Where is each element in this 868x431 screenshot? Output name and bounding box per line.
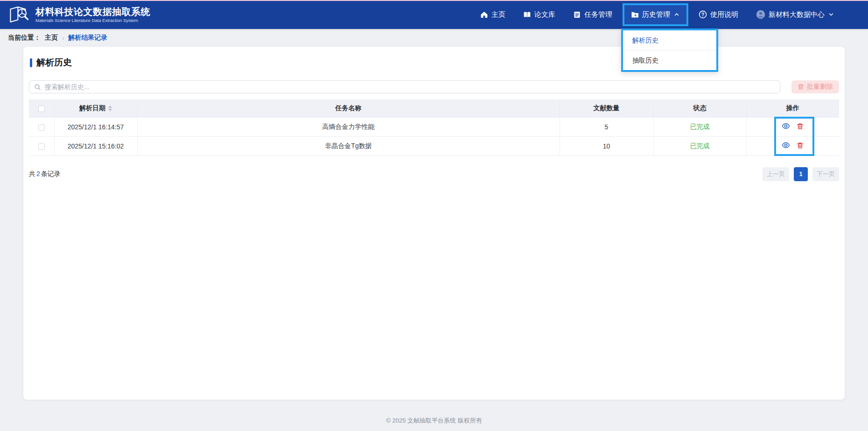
svg-text:?: ?: [701, 12, 704, 17]
main-nav: 主页 论文库 任务管理 历史管理: [475, 5, 868, 24]
row-actions: [782, 122, 804, 130]
table-row: 2025/12/1 16:14:57 高熵合金力学性能 5 已完成: [29, 117, 839, 136]
table-header-row: 解析日期 任务名称 文献数量 状态 操作: [29, 99, 839, 117]
breadcrumb-home[interactable]: 主页: [45, 34, 58, 42]
pagination: 上一页 1 下一页: [763, 167, 839, 181]
table-row: 2025/12/1 15:16:02 非晶合金Tg数据 10 已完成: [29, 136, 839, 155]
nav-item-label: 历史管理: [642, 10, 670, 19]
column-header-task: 任务名称: [137, 99, 560, 117]
menu-item-extract-history[interactable]: 抽取历史: [623, 50, 716, 70]
nav-item-history[interactable]: 历史管理 解析历史 抽取历史: [624, 5, 686, 24]
nav-item-tasks[interactable]: 任务管理: [567, 5, 618, 24]
list-footer: 共2条记录 上一页 1 下一页: [29, 167, 839, 181]
page-number-button[interactable]: 1: [794, 167, 808, 181]
title-accent-bar: [30, 58, 32, 67]
batch-delete-label: 批量删除: [807, 83, 833, 91]
content-card: 解析历史 批量删除: [23, 47, 845, 400]
cell-count: 10: [560, 136, 653, 155]
toolbar: 批量删除: [29, 80, 839, 93]
user-name-label: 新材料大数据中心: [769, 10, 825, 19]
nav-item-user-menu[interactable]: 新材料大数据中心: [750, 5, 840, 24]
question-icon: ?: [699, 10, 707, 19]
status-badge: 已完成: [690, 142, 710, 149]
breadcrumb-separator-icon: ›: [62, 35, 64, 42]
book-icon: [523, 11, 531, 19]
app-subtitle: Materials Science Literature Data Extrac…: [35, 18, 150, 23]
nav-item-label: 任务管理: [584, 10, 612, 19]
records-suffix: 条记录: [41, 170, 61, 177]
delete-trash-icon[interactable]: [797, 142, 804, 149]
trash-icon: [798, 84, 804, 90]
cell-count: 5: [560, 117, 653, 136]
brand-text: 材料科技论文数据抽取系统 Materials Science Literatur…: [35, 7, 150, 23]
breadcrumb: 当前位置： 主页 › 解析结果记录: [0, 29, 868, 47]
nav-item-label: 主页: [491, 10, 505, 19]
app-logo-icon: [8, 5, 30, 24]
brand[interactable]: 材料科技论文数据抽取系统 Materials Science Literatur…: [0, 5, 150, 24]
copyright-text: © 2025 文献抽取平台系统 版权所有: [386, 417, 482, 424]
batch-delete-button[interactable]: 批量删除: [791, 80, 839, 93]
column-header-actions: 操作: [746, 99, 839, 117]
search-box: [29, 80, 780, 93]
select-all-checkbox[interactable]: [38, 106, 45, 112]
row-checkbox[interactable]: [38, 143, 45, 150]
nav-item-help[interactable]: ? 使用说明: [693, 5, 744, 24]
nav-item-label: 论文库: [534, 10, 555, 19]
folder-icon: [631, 11, 639, 19]
column-header-count: 文献数量: [560, 99, 653, 117]
records-count: 2: [36, 170, 40, 177]
chevron-up-icon: [673, 11, 680, 18]
view-eye-icon[interactable]: [782, 141, 790, 149]
records-prefix: 共: [29, 170, 35, 177]
chevron-down-icon: [828, 11, 834, 18]
site-footer: © 2025 文献抽取平台系统 版权所有: [0, 417, 868, 425]
tasks-icon: [573, 11, 581, 19]
window-top-edge: [0, 0, 868, 1]
row-checkbox[interactable]: [38, 124, 45, 131]
user-avatar-icon: [756, 10, 765, 19]
nav-item-papers[interactable]: 论文库: [518, 5, 561, 24]
cell-date: 2025/12/1 15:16:02: [54, 136, 137, 155]
column-header-status: 状态: [653, 99, 746, 117]
home-icon: [480, 11, 488, 19]
prev-page-button[interactable]: 上一页: [763, 167, 789, 181]
cell-date: 2025/12/1 16:14:57: [54, 117, 137, 136]
view-eye-icon[interactable]: [782, 122, 790, 130]
history-table: 解析日期 任务名称 文献数量 状态 操作 2025/12/1 16:14:57 …: [29, 99, 839, 156]
top-navbar: 材料科技论文数据抽取系统 Materials Science Literatur…: [0, 0, 868, 29]
cell-task: 高熵合金力学性能: [137, 117, 560, 136]
next-page-button[interactable]: 下一页: [812, 167, 839, 181]
nav-item-label: 使用说明: [710, 10, 738, 19]
column-header-date: 解析日期: [79, 104, 105, 112]
records-summary: 共2条记录: [29, 170, 61, 178]
breadcrumb-label: 当前位置：: [8, 34, 41, 42]
history-dropdown-menu: 解析历史 抽取历史: [621, 28, 718, 72]
nav-item-home[interactable]: 主页: [475, 5, 511, 24]
page-title: 解析历史: [36, 57, 72, 69]
menu-item-parse-history[interactable]: 解析历史: [623, 30, 716, 50]
app-title: 材料科技论文数据抽取系统: [35, 7, 150, 17]
sort-icon[interactable]: [108, 106, 112, 111]
search-input[interactable]: [29, 80, 780, 93]
row-actions: [782, 141, 804, 149]
delete-trash-icon[interactable]: [797, 123, 804, 130]
breadcrumb-current[interactable]: 解析结果记录: [68, 34, 107, 42]
cell-task: 非晶合金Tg数据: [137, 136, 560, 155]
status-badge: 已完成: [690, 123, 710, 130]
